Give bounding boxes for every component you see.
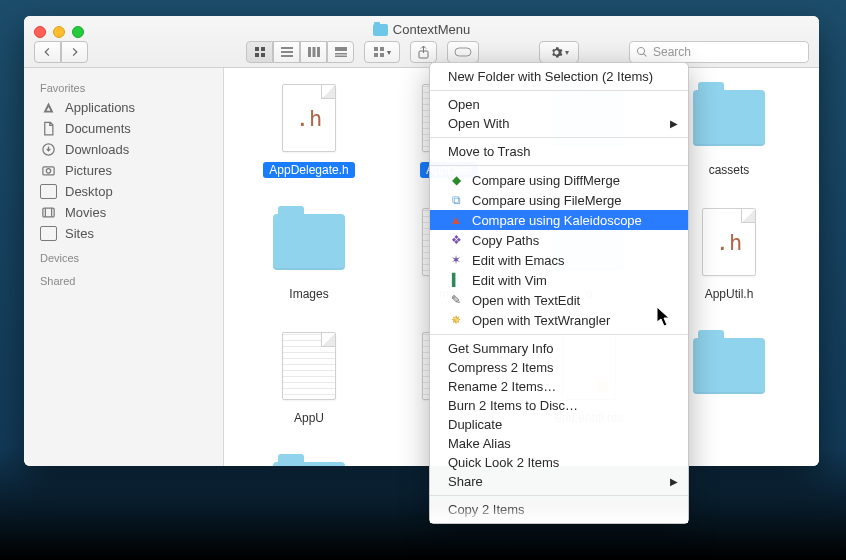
context-menu-item[interactable]: Compress 2 Items [430, 358, 688, 377]
context-menu-item[interactable]: Duplicate [430, 415, 688, 434]
share-group [410, 41, 437, 63]
context-menu-item-label: Compress 2 Items [448, 360, 553, 375]
file-item[interactable]: .hAppDelegate.h [244, 78, 374, 198]
context-menu-item-label: Rename 2 Items… [448, 379, 556, 394]
context-menu-item[interactable]: ⧉Compare using FileMerge [430, 190, 688, 210]
context-menu-item[interactable]: Move to Trash [430, 142, 688, 161]
applications-icon [40, 100, 57, 115]
file-icon: .h [273, 78, 345, 158]
svg-rect-9 [317, 47, 320, 57]
context-menu-item[interactable]: ✎Open with TextEdit [430, 290, 688, 310]
context-menu-item-label: Compare using FileMerge [472, 193, 622, 208]
file-label [723, 410, 735, 412]
context-menu-item[interactable]: Burn 2 Items to Disc… [430, 396, 688, 415]
share-icon [418, 46, 429, 59]
svg-rect-7 [308, 47, 311, 57]
sidebar-item-documents[interactable]: Documents [24, 118, 223, 139]
sidebar-item-pictures[interactable]: Pictures [24, 160, 223, 181]
file-item[interactable] [244, 450, 374, 466]
sidebar-item-applications[interactable]: Applications [24, 97, 223, 118]
context-menu-separator [430, 495, 688, 496]
search-icon [636, 46, 648, 58]
tags-group [447, 41, 479, 63]
list-view-button[interactable] [273, 41, 300, 63]
context-menu-item[interactable]: Rename 2 Items… [430, 377, 688, 396]
svg-rect-18 [455, 48, 471, 56]
share-button[interactable] [410, 41, 437, 63]
context-menu-item-label: New Folder with Selection (2 Items) [448, 69, 653, 84]
column-view-button[interactable] [300, 41, 327, 63]
context-menu-item-label: Share [448, 474, 483, 489]
context-menu-item[interactable]: ▍Edit with Vim [430, 270, 688, 290]
submenu-arrow-icon: ▶ [670, 118, 678, 129]
window-title-text: ContextMenu [393, 22, 470, 37]
search-placeholder: Search [653, 45, 691, 59]
nav-group [34, 41, 88, 63]
search-field[interactable]: Search [629, 41, 809, 63]
context-menu-item-label: Get Summary Info [448, 341, 553, 356]
context-menu-separator [430, 334, 688, 335]
tag-icon [454, 47, 472, 57]
coverflow-icon [335, 47, 347, 57]
context-menu-item-label: Compare using DiffMerge [472, 173, 620, 188]
grid-icon [254, 46, 266, 58]
svg-rect-13 [374, 47, 378, 51]
file-icon: .h [693, 202, 765, 282]
view-group [246, 41, 354, 63]
context-menu-item[interactable]: ✵Open with TextWrangler [430, 310, 688, 330]
sidebar-item-movies[interactable]: Movies [24, 202, 223, 223]
context-menu-item-label: Edit with Vim [472, 273, 547, 288]
context-menu-item[interactable]: ◆Compare using DiffMerge [430, 170, 688, 190]
svg-rect-3 [261, 53, 265, 57]
svg-rect-22 [43, 208, 54, 217]
emacs-icon: ✶ [448, 252, 464, 268]
vim-icon: ▍ [448, 272, 464, 288]
context-menu-item[interactable]: ❖Copy Paths [430, 230, 688, 250]
sidebar-item-sites[interactable]: Sites [24, 223, 223, 244]
back-button[interactable] [34, 41, 61, 63]
forward-button[interactable] [61, 41, 88, 63]
sidebar-item-downloads[interactable]: Downloads [24, 139, 223, 160]
context-menu-item-label: Open With [448, 116, 509, 131]
context-menu-item[interactable]: New Folder with Selection (2 Items) [430, 67, 688, 86]
svg-rect-14 [380, 47, 384, 51]
context-menu-item[interactable]: Open With▶ [430, 114, 688, 133]
svg-rect-10 [335, 47, 347, 51]
file-item[interactable]: AppU [244, 326, 374, 446]
submenu-arrow-icon: ▶ [670, 476, 678, 487]
file-item[interactable]: Images [244, 202, 374, 322]
downloads-icon [40, 142, 57, 157]
desktop-icon [40, 184, 57, 199]
file-label: AppU [288, 410, 330, 426]
context-menu-item[interactable]: Open [430, 95, 688, 114]
svg-rect-15 [374, 53, 378, 57]
sidebar-header-shared: Shared [24, 267, 223, 290]
svg-rect-20 [43, 167, 54, 175]
documents-icon [40, 121, 57, 136]
context-menu-item[interactable]: Make Alias [430, 434, 688, 453]
context-menu-item[interactable]: Quick Look 2 Items [430, 453, 688, 472]
context-menu-item[interactable]: Get Summary Info [430, 339, 688, 358]
icon-view-button[interactable] [246, 41, 273, 63]
context-menu-item[interactable]: ▲Compare using Kaleidoscope [430, 210, 688, 230]
tags-button[interactable] [447, 41, 479, 63]
svg-rect-8 [312, 47, 315, 57]
action-button[interactable]: ▾ [539, 41, 579, 63]
mouse-cursor [656, 306, 672, 332]
context-menu-item-label: Open [448, 97, 480, 112]
folder-icon [373, 24, 388, 36]
svg-rect-11 [335, 53, 347, 55]
context-menu-item-label: Duplicate [448, 417, 502, 432]
context-menu-item[interactable]: ✶Edit with Emacs [430, 250, 688, 270]
sidebar-header-favorites: Favorites [24, 74, 223, 97]
toolbar: ▾ ▾ Search [34, 40, 809, 64]
diffmerge-icon: ◆ [448, 172, 464, 188]
arrange-button[interactable]: ▾ [364, 41, 400, 63]
svg-rect-6 [281, 55, 293, 57]
coverflow-view-button[interactable] [327, 41, 354, 63]
context-menu-item-label: Open with TextEdit [472, 293, 580, 308]
sidebar-header-devices: Devices [24, 244, 223, 267]
sites-icon [40, 226, 57, 241]
context-menu-item[interactable]: Share▶ [430, 472, 688, 491]
sidebar-item-desktop[interactable]: Desktop [24, 181, 223, 202]
